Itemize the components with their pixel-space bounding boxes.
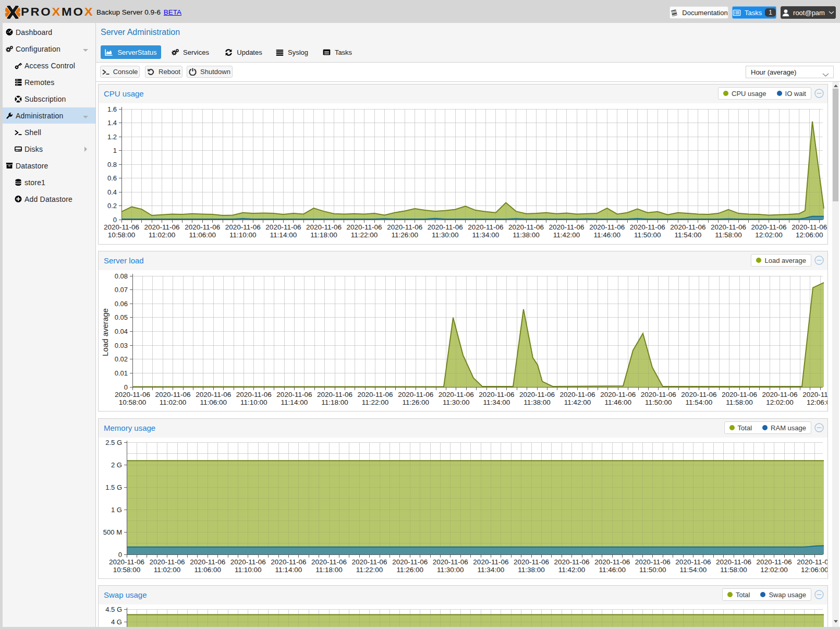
svg-text:2020-11-06: 2020-11-06	[185, 223, 220, 231]
svg-text:1.6: 1.6	[107, 105, 117, 113]
svg-text:2020-11-06: 2020-11-06	[144, 223, 180, 231]
svg-text:0: 0	[124, 383, 128, 391]
svg-text:2020-11-06: 2020-11-06	[230, 558, 266, 566]
svg-text:11:26:00: 11:26:00	[402, 398, 429, 406]
svg-text:11:34:00: 11:34:00	[472, 231, 500, 239]
svg-text:2020-11-06: 2020-11-06	[115, 391, 150, 398]
svg-text:2020-11-06: 2020-11-06	[155, 391, 191, 398]
svg-text:11:50:00: 11:50:00	[639, 566, 666, 574]
svg-text:2020-11-06: 2020-11-06	[306, 223, 342, 231]
svg-text:11:42:00: 11:42:00	[558, 566, 586, 574]
svg-text:2020-11-06: 2020-11-06	[479, 391, 514, 398]
svg-text:11:22:00: 11:22:00	[356, 566, 383, 574]
svg-text:2020-11-06: 2020-11-06	[508, 223, 544, 231]
svg-text:2020-11-06: 2020-11-06	[317, 391, 352, 398]
svg-text:2020-11-06: 2020-11-06	[751, 223, 787, 231]
svg-text:2020-11-06: 2020-11-06	[594, 558, 630, 566]
svg-text:11:14:00: 11:14:00	[281, 398, 308, 406]
svg-text:11:38:00: 11:38:00	[518, 566, 545, 574]
svg-text:11:58:00: 11:58:00	[726, 398, 753, 406]
svg-text:12:06:00: 12:06:00	[807, 398, 827, 406]
svg-text:2020-11-06: 2020-11-06	[711, 223, 746, 231]
svg-text:11:58:00: 11:58:00	[720, 566, 747, 574]
svg-text:0.03: 0.03	[115, 342, 128, 349]
svg-text:11:18:00: 11:18:00	[310, 231, 337, 239]
svg-text:11:46:00: 11:46:00	[599, 566, 626, 574]
svg-text:2020-11-06: 2020-11-06	[600, 391, 636, 398]
svg-text:2020-11-06: 2020-11-06	[311, 558, 347, 566]
svg-text:1.4: 1.4	[107, 119, 117, 127]
svg-text:11:30:00: 11:30:00	[443, 398, 470, 406]
svg-text:2020-11-06: 2020-11-06	[276, 391, 312, 398]
svg-text:11:10:00: 11:10:00	[229, 231, 257, 239]
svg-text:12:02:00: 12:02:00	[755, 231, 783, 239]
svg-text:2020-11-06: 2020-11-06	[514, 558, 549, 566]
svg-text:11:34:00: 11:34:00	[483, 398, 510, 406]
svg-text:11:42:00: 11:42:00	[564, 398, 591, 406]
svg-text:0.8: 0.8	[107, 161, 117, 168]
svg-text:0.05: 0.05	[115, 313, 128, 321]
svg-text:0.4: 0.4	[107, 188, 117, 196]
svg-text:2020-11-06: 2020-11-06	[670, 223, 705, 231]
svg-text:2.5 G: 2.5 G	[105, 439, 122, 446]
svg-text:12:06:00: 12:06:00	[801, 566, 827, 574]
svg-text:11:30:00: 11:30:00	[432, 231, 459, 239]
svg-text:11:06:00: 11:06:00	[200, 398, 227, 406]
svg-text:2020-11-06: 2020-11-06	[675, 558, 711, 566]
svg-text:2020-11-06: 2020-11-06	[387, 223, 422, 231]
svg-text:2020-11-06: 2020-11-06	[358, 391, 393, 398]
svg-text:11:46:00: 11:46:00	[604, 398, 631, 406]
svg-text:12:02:00: 12:02:00	[766, 398, 794, 406]
svg-text:2020-11-06: 2020-11-06	[792, 223, 827, 231]
svg-text:11:54:00: 11:54:00	[675, 231, 702, 239]
svg-text:4.5 G: 4.5 G	[105, 606, 122, 613]
svg-text:Load average: Load average	[101, 308, 109, 356]
svg-text:2020-11-06: 2020-11-06	[630, 223, 665, 231]
svg-text:11:50:00: 11:50:00	[645, 398, 672, 406]
svg-text:500 M: 500 M	[103, 528, 122, 536]
svg-text:2020-11-06: 2020-11-06	[722, 391, 757, 398]
svg-text:11:22:00: 11:22:00	[351, 231, 378, 239]
svg-text:2020-11-06: 2020-11-06	[428, 223, 463, 231]
svg-text:2020-11-06: 2020-11-06	[519, 391, 555, 398]
svg-text:10:58:00: 10:58:00	[119, 398, 147, 406]
svg-text:2020-11-06: 2020-11-06	[635, 558, 671, 566]
svg-text:11:18:00: 11:18:00	[315, 566, 343, 574]
svg-text:2020-11-06: 2020-11-06	[560, 391, 595, 398]
svg-text:0.07: 0.07	[115, 286, 128, 294]
svg-text:2020-11-06: 2020-11-06	[757, 558, 792, 566]
svg-text:2 G: 2 G	[111, 461, 122, 469]
svg-text:0.01: 0.01	[115, 369, 128, 377]
svg-text:10:58:00: 10:58:00	[113, 566, 141, 574]
svg-text:11:22:00: 11:22:00	[362, 398, 389, 406]
svg-text:2020-11-06: 2020-11-06	[225, 223, 261, 231]
svg-text:2020-11-06: 2020-11-06	[549, 223, 585, 231]
svg-text:2020-11-06: 2020-11-06	[398, 391, 433, 398]
svg-text:12:02:00: 12:02:00	[760, 566, 788, 574]
svg-text:12:06:00: 12:06:00	[796, 231, 823, 239]
svg-text:11:18:00: 11:18:00	[321, 398, 348, 406]
svg-text:0.2: 0.2	[107, 202, 117, 210]
svg-text:0.06: 0.06	[115, 300, 128, 308]
svg-text:11:26:00: 11:26:00	[391, 231, 418, 239]
svg-text:2020-11-06: 2020-11-06	[797, 558, 827, 566]
svg-text:11:54:00: 11:54:00	[680, 566, 707, 574]
svg-text:1.2: 1.2	[107, 133, 117, 141]
svg-text:2020-11-06: 2020-11-06	[104, 223, 139, 231]
svg-text:2020-11-06: 2020-11-06	[265, 223, 301, 231]
svg-text:11:26:00: 11:26:00	[396, 566, 423, 574]
svg-text:0: 0	[113, 216, 117, 224]
svg-text:2020-11-06: 2020-11-06	[439, 391, 474, 398]
svg-text:1.5 G: 1.5 G	[105, 483, 122, 491]
svg-text:11:30:00: 11:30:00	[437, 566, 464, 574]
svg-text:2020-11-06: 2020-11-06	[762, 391, 798, 398]
svg-text:2020-11-06: 2020-11-06	[196, 391, 231, 398]
svg-text:2020-11-06: 2020-11-06	[641, 391, 676, 398]
svg-text:2020-11-06: 2020-11-06	[392, 558, 428, 566]
svg-text:11:02:00: 11:02:00	[154, 566, 181, 574]
svg-text:2020-11-06: 2020-11-06	[271, 558, 306, 566]
svg-text:0: 0	[118, 551, 122, 559]
svg-text:11:38:00: 11:38:00	[513, 231, 540, 239]
svg-text:11:14:00: 11:14:00	[270, 231, 297, 239]
svg-text:10:58:00: 10:58:00	[108, 231, 136, 239]
